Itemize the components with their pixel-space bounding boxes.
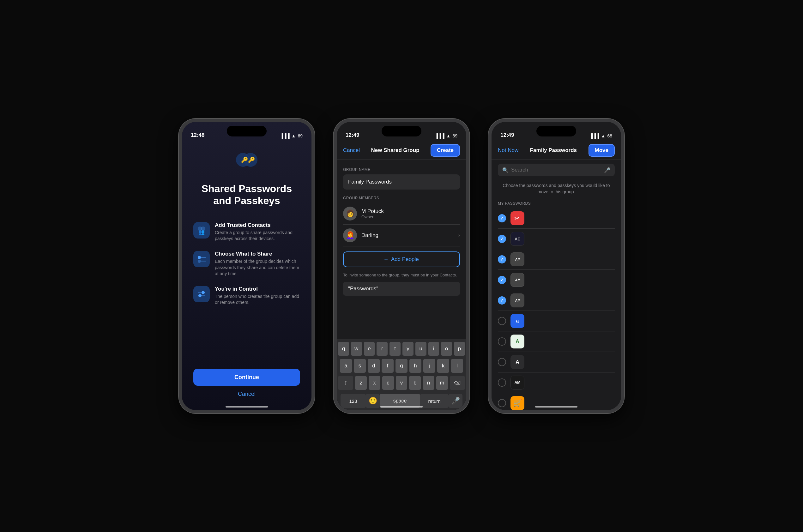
dynamic-island-3 xyxy=(536,126,576,136)
key-f[interactable]: f xyxy=(382,359,394,373)
feature-text-1: Choose What to Share Each member of the … xyxy=(215,251,300,277)
checkbox-7[interactable] xyxy=(498,358,506,366)
svg-point-14 xyxy=(198,294,202,297)
autocomplete-suggestion[interactable]: "Passwords" xyxy=(343,282,460,296)
feature-list: 👥 Add Trusted Contacts Create a group to… xyxy=(193,222,300,306)
checkbox-2[interactable] xyxy=(498,255,506,264)
key-n[interactable]: n xyxy=(423,376,434,390)
key-z[interactable]: z xyxy=(355,376,367,390)
move-button[interactable]: Move xyxy=(589,144,615,157)
key-k[interactable]: k xyxy=(437,359,449,373)
key-123[interactable]: 123 xyxy=(341,394,366,408)
key-mic[interactable]: 🎤 xyxy=(448,394,462,408)
app-icon-6: A xyxy=(511,335,524,348)
not-now-button[interactable]: Not Now xyxy=(498,147,518,154)
password-item-8[interactable]: AM xyxy=(498,373,615,393)
checkbox-0[interactable] xyxy=(498,214,506,223)
key-a[interactable]: a xyxy=(340,359,352,373)
status-icons-2: ▐▐▐ ▲ 69 xyxy=(435,133,457,138)
cancel-button-phone2[interactable]: Cancel xyxy=(343,147,360,154)
key-t[interactable]: t xyxy=(389,342,401,356)
chevron-icon: › xyxy=(458,232,460,238)
key-g[interactable]: g xyxy=(396,359,407,373)
key-s[interactable]: s xyxy=(354,359,366,373)
key-m[interactable]: m xyxy=(436,376,448,390)
key-y[interactable]: y xyxy=(402,342,414,356)
key-d[interactable]: d xyxy=(368,359,380,373)
key-e[interactable]: e xyxy=(364,342,375,356)
password-item-5[interactable]: a xyxy=(498,311,615,331)
status-time-1: 12:48 xyxy=(191,132,204,138)
group-name-label: GROUP NAME xyxy=(343,167,460,172)
password-list: ✂ AE Aff Aff xyxy=(492,208,621,410)
key-delete[interactable]: ⌫ xyxy=(450,376,465,390)
add-people-label: Add People xyxy=(391,256,419,263)
app-icon-4: Aff xyxy=(511,293,524,307)
password-item-0[interactable]: ✂ xyxy=(498,208,615,229)
checkbox-8[interactable] xyxy=(498,378,506,387)
member-avatar-1: 👩‍🦰 xyxy=(343,228,357,242)
key-o[interactable]: o xyxy=(441,342,452,356)
svg-point-7 xyxy=(198,256,201,259)
key-return[interactable]: return xyxy=(420,394,448,408)
key-w[interactable]: w xyxy=(351,342,362,356)
search-bar[interactable]: 🔍 🎤 xyxy=(498,164,615,176)
checkbox-6[interactable] xyxy=(498,337,506,346)
phone-2: 12:49 ▐▐▐ ▲ 69 Cancel New Shared Group C… xyxy=(333,119,470,413)
svg-text:✂: ✂ xyxy=(514,215,520,222)
dynamic-island-1 xyxy=(227,126,267,136)
phone-3: 12:49 ▐▐▐ ▲ 68 Not Now Family Passwords … xyxy=(489,119,624,413)
key-emoji[interactable]: 🙂 xyxy=(366,394,380,408)
key-u[interactable]: u xyxy=(415,342,426,356)
member-info-1: Darling xyxy=(361,232,454,239)
my-passwords-label: MY PASSWORDS xyxy=(492,199,621,208)
add-people-button[interactable]: + Add People xyxy=(343,251,460,267)
key-c[interactable]: c xyxy=(382,376,394,390)
password-item-3[interactable]: Aff xyxy=(498,270,615,290)
continue-button[interactable]: Continue xyxy=(193,369,300,386)
checkbox-1[interactable] xyxy=(498,235,506,243)
feature-text-0: Add Trusted Contacts Create a group to s… xyxy=(215,222,300,242)
group-members-label: GROUP MEMBERS xyxy=(343,196,460,200)
svg-point-9 xyxy=(198,260,201,263)
checkbox-3[interactable] xyxy=(498,276,506,284)
checkbox-4[interactable] xyxy=(498,296,506,305)
key-q[interactable]: q xyxy=(338,342,349,356)
keyboard: q w e r t y u i o p a s d f g h j k l xyxy=(337,339,466,410)
mic-icon: 🎤 xyxy=(604,167,610,173)
checkbox-9[interactable] xyxy=(498,399,506,407)
signal-icon-2: ▐▐▐ xyxy=(435,133,444,138)
create-button[interactable]: Create xyxy=(431,144,460,157)
key-p[interactable]: p xyxy=(454,342,465,356)
key-l[interactable]: l xyxy=(451,359,463,373)
password-item-2[interactable]: Aff xyxy=(498,249,615,270)
key-x[interactable]: x xyxy=(369,376,380,390)
key-b[interactable]: b xyxy=(409,376,421,390)
password-item-4[interactable]: Aff xyxy=(498,290,615,311)
key-shift[interactable]: ⇧ xyxy=(338,376,353,390)
plus-icon: + xyxy=(384,256,388,263)
password-item-6[interactable]: A xyxy=(498,331,615,352)
member-name-1: Darling xyxy=(361,232,454,239)
phone1-cancel-button[interactable]: Cancel xyxy=(238,391,255,397)
signal-icon: ▐▐▐ xyxy=(280,133,290,138)
member-item-1[interactable]: 👩‍🦰 Darling › xyxy=(343,225,460,246)
key-h[interactable]: h xyxy=(409,359,421,373)
app-icon-3: Aff xyxy=(511,273,524,287)
invite-hint: To invite someone to the group, they mus… xyxy=(337,272,466,278)
feature-item-1: Choose What to Share Each member of the … xyxy=(193,251,300,277)
group-name-input[interactable] xyxy=(343,174,460,190)
password-item-1[interactable]: AE xyxy=(498,229,615,249)
svg-rect-10 xyxy=(201,261,206,262)
checkbox-5[interactable] xyxy=(498,317,506,325)
password-item-7[interactable]: A xyxy=(498,352,615,373)
keyboard-row-1: q w e r t y u i o p xyxy=(338,342,465,356)
battery-icon-3: 68 xyxy=(607,133,612,138)
search-input[interactable] xyxy=(511,167,601,173)
key-r[interactable]: r xyxy=(377,342,388,356)
key-v[interactable]: v xyxy=(396,376,407,390)
key-j[interactable]: j xyxy=(423,359,435,373)
app-icon-7: A xyxy=(511,355,524,369)
phone2-navbar: Cancel New Shared Group Create xyxy=(337,141,466,160)
key-i[interactable]: i xyxy=(428,342,439,356)
